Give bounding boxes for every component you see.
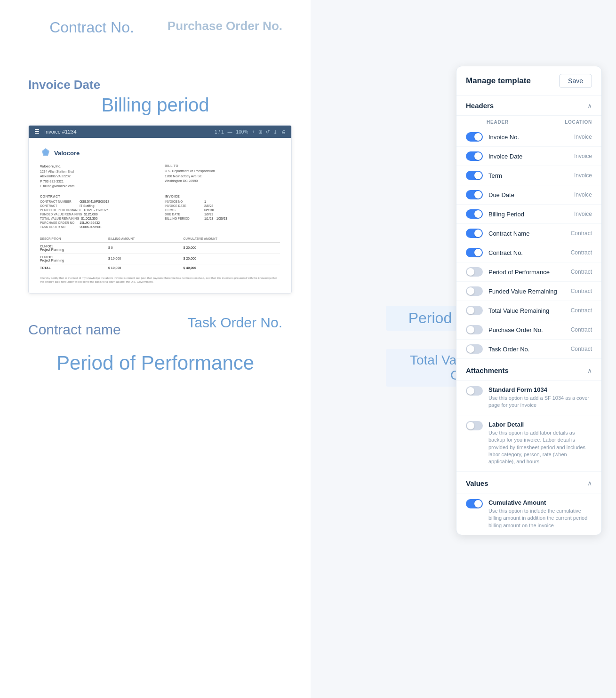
company-name-text: Valocore, Inc.	[40, 164, 155, 169]
header-toggle-0[interactable]	[466, 132, 483, 142]
header-toggle-9[interactable]	[466, 306, 483, 315]
bill-to-line1: U.S. Department of Transportation	[165, 169, 280, 174]
headers-section-header[interactable]: Headers ∧	[456, 96, 601, 116]
header-location-8: Contract	[564, 288, 592, 294]
header-label-2: Term	[488, 172, 558, 179]
location-col-label: LOCATION	[565, 119, 592, 125]
header-label-1: Invoice Date	[488, 153, 558, 160]
header-toggle-3[interactable]	[466, 190, 483, 199]
header-item-8: Funded Value Remaining Contract	[456, 282, 601, 301]
header-location-4: Invoice	[564, 211, 592, 217]
header-item-0: Invoice No. Invoice	[456, 127, 601, 147]
header-location-0: Invoice	[564, 134, 592, 140]
top-labels-row: Contract No. Purchase Order No.	[28, 19, 282, 36]
company-address1: 1234 Allan Station Blvd	[40, 169, 155, 174]
bill-to-line3: Washington DC 20590	[165, 179, 280, 184]
attachment-item-1: Labor Detail Use this option to add labo…	[456, 415, 601, 472]
header-toggle-5[interactable]	[466, 229, 483, 238]
invoice-field-2: TERMS Net 30	[165, 208, 280, 212]
header-location-3: Invoice	[564, 191, 592, 198]
values-chevron-icon: ∧	[587, 479, 592, 487]
purchase-order-no-label: Purchase Order No.	[155, 19, 282, 36]
manage-template-panel: Manage template Save Headers ∧ HEADER LO…	[456, 66, 602, 535]
header-location-7: Contract	[564, 269, 592, 275]
contract-invoice-row: CONTRACT CONTRACT NUMBER GSEJK419PS00017…	[40, 195, 280, 230]
values-section-title: Values	[466, 479, 488, 487]
header-item-4: Billing Period Invoice	[456, 205, 601, 224]
header-toggle-4[interactable]	[466, 209, 483, 219]
attachment-toggle-0[interactable]	[466, 386, 483, 396]
invoice-table: DESCRIPTION BILLING AMOUNT CUMULATIVE AM…	[40, 235, 280, 271]
bill-to-title: BILL TO	[165, 164, 280, 167]
header-label-4: Billing Period	[488, 211, 558, 218]
bill-to-col: BILL TO U.S. Department of Transportatio…	[165, 164, 280, 189]
attachment-content-1: Labor Detail Use this option to add labo…	[488, 421, 592, 466]
headers-section-title: Headers	[466, 102, 494, 110]
row2-description: CLN 001Project Planning	[40, 253, 108, 264]
header-location-5: Contract	[564, 230, 592, 237]
invoice-preview-background: Contract No. Purchase Order No. Invoice …	[0, 0, 311, 698]
header-item-9: Total Value Remaining Contract	[456, 301, 601, 320]
header-item-1: Invoice Date Invoice	[456, 147, 601, 166]
col-billing: BILLING AMOUNT	[108, 235, 184, 243]
row1-cumulative: $ 20,000	[184, 242, 280, 253]
header-item-5: Contract Name Contract	[456, 224, 601, 243]
header-item-6: Contract No. Contract	[456, 243, 601, 262]
attachments-section-header[interactable]: Attachments ∧	[456, 361, 601, 381]
save-button[interactable]: Save	[559, 74, 592, 88]
header-toggle-7[interactable]	[466, 267, 483, 277]
panel-title: Manage template	[466, 76, 531, 86]
header-item-3: Due Date Invoice	[456, 185, 601, 205]
certify-text: I hereby certify that to the best of my …	[40, 276, 280, 284]
row2-cumulative: $ 20,000	[184, 253, 280, 264]
header-location-1: Invoice	[564, 153, 592, 159]
header-toggle-1[interactable]	[466, 151, 483, 161]
column-headers: HEADER LOCATION	[456, 116, 601, 127]
company-email: E billing@valocore.com	[40, 184, 155, 189]
header-label-8: Funded Value Remaining	[488, 288, 558, 295]
attachment-content-0: Standard Form 1034 Use this option to ad…	[488, 386, 592, 409]
headers-chevron-icon: ∧	[587, 102, 592, 110]
header-item-7: Period of Performance Contract	[456, 262, 601, 282]
header-label-6: Contract No.	[488, 249, 558, 256]
total-label: TOTAL	[40, 264, 108, 271]
valocore-icon	[40, 147, 51, 159]
attachment-desc-1: Use this option to add labor details as …	[488, 429, 592, 466]
invoice-field-1: INVOICE DATE 2/5/23	[165, 204, 280, 207]
header-toggle-11[interactable]	[466, 344, 483, 354]
header-toggle-10[interactable]	[466, 325, 483, 334]
contract-field-6: TASK ORDER NO 2006KJ456901	[40, 225, 155, 229]
header-col-label: HEADER	[487, 119, 565, 125]
invoice-details-col: INVOICE INVOICE NO 1 INVOICE DATE 2/5/23…	[165, 195, 280, 230]
company-address2: Alexandria VA 22202	[40, 174, 155, 179]
invoice-date-label: Invoice Date	[28, 78, 282, 92]
header-item-11: Task Order No. Contract	[456, 340, 601, 359]
header-location-6: Contract	[564, 249, 592, 256]
panel-header: Manage template Save	[456, 66, 601, 96]
valocore-name: Valocore	[54, 150, 80, 157]
values-section-header[interactable]: Values ∧	[456, 474, 601, 493]
table-row: CLN 001Project Planning $ 0 $ 20,000	[40, 242, 280, 253]
invoice-body: Valocore Valocore, Inc. 1234 Allan Stati…	[29, 138, 291, 293]
row1-billing: $ 0	[108, 242, 184, 253]
invoice-toolbar: ☰ Invoice #1234 1 / 1 — 100% + ⊞ ↺ ⤓ 🖨	[29, 126, 291, 138]
attachment-item-0: Standard Form 1034 Use this option to ad…	[456, 381, 601, 415]
contract-section-title: CONTRACT	[40, 195, 155, 198]
invoice-field-0: INVOICE NO 1	[165, 200, 280, 203]
invoice-field-3: DUE DATE 1/9/23	[165, 213, 280, 216]
header-item-10: Purchase Order No. Contract	[456, 320, 601, 340]
attachment-desc-0: Use this option to add a SF 1034 as a co…	[488, 395, 592, 409]
header-toggle-8[interactable]	[466, 286, 483, 296]
header-toggle-2[interactable]	[466, 171, 483, 180]
header-label-11: Task Order No.	[488, 346, 558, 353]
header-item-2: Term Invoice	[456, 166, 601, 185]
header-location-11: Contract	[564, 346, 592, 352]
header-label-7: Period of Performance	[488, 269, 558, 276]
invoice-toolbar-title: Invoice #1234	[44, 129, 210, 135]
header-toggle-6[interactable]	[466, 248, 483, 257]
invoice-field-4: BILLING PERIOD 1/1/23 - 1/30/23	[165, 217, 280, 220]
value-toggle-0[interactable]	[466, 499, 483, 508]
attachment-toggle-1[interactable]	[466, 421, 483, 430]
header-label-10: Purchase Order No.	[488, 326, 558, 333]
row1-description: CLN 001Project Planning	[40, 242, 108, 253]
